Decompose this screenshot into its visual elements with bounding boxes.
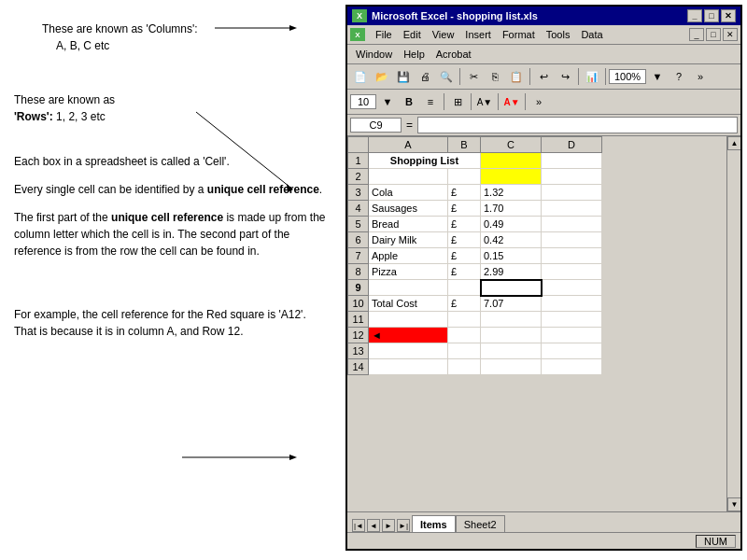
menu-data[interactable]: Data xyxy=(575,27,608,42)
cell-c12[interactable] xyxy=(481,328,542,343)
cell-b14[interactable] xyxy=(448,359,481,375)
cell-b11[interactable] xyxy=(448,312,481,328)
cell-b6[interactable]: £ xyxy=(448,232,481,248)
menu-window[interactable]: Window xyxy=(350,47,398,62)
font-size-dropdown[interactable]: ▼ xyxy=(377,91,398,112)
cell-d6[interactable] xyxy=(542,232,602,248)
zoom-box[interactable]: 100% xyxy=(609,69,646,84)
formula-input[interactable] xyxy=(417,117,738,133)
scroll-down-button[interactable]: ▼ xyxy=(727,497,740,511)
vertical-scrollbar[interactable]: ▲ ▼ xyxy=(726,136,740,511)
tab-last-button[interactable]: ►| xyxy=(397,519,410,532)
cell-c10[interactable]: 7.07 xyxy=(481,296,542,312)
scroll-area[interactable]: A B C D 1 Shopping List xyxy=(347,136,740,511)
cell-b4[interactable]: £ xyxy=(448,201,481,217)
menu-tools[interactable]: Tools xyxy=(541,27,576,42)
fill-color-button[interactable]: A▼ xyxy=(474,91,495,112)
cell-d3[interactable] xyxy=(542,185,602,201)
cell-a7[interactable]: Apple xyxy=(369,248,448,264)
cell-b5[interactable]: £ xyxy=(448,217,481,232)
cell-c11[interactable] xyxy=(481,312,542,328)
cell-a9[interactable] xyxy=(369,280,448,296)
col-header-a[interactable]: A xyxy=(369,137,448,153)
tab-prev-button[interactable]: ◄ xyxy=(367,519,380,532)
menu-insert[interactable]: Insert xyxy=(459,27,497,42)
cell-a14[interactable] xyxy=(369,359,448,375)
bold-button[interactable]: B xyxy=(399,91,419,112)
chart-button[interactable]: 📊 xyxy=(582,66,602,87)
col-header-c[interactable]: C xyxy=(481,137,542,153)
cell-reference-box[interactable]: C9 xyxy=(350,118,402,133)
menu-help[interactable]: Help xyxy=(398,47,430,62)
more2-button[interactable]: » xyxy=(529,91,549,112)
cell-b3[interactable]: £ xyxy=(448,185,481,201)
redo-button[interactable]: ↪ xyxy=(555,66,575,87)
menu-edit[interactable]: Edit xyxy=(398,27,427,42)
cell-c1[interactable] xyxy=(481,153,542,169)
open-button[interactable]: 📂 xyxy=(372,66,392,87)
more-button[interactable]: » xyxy=(690,66,711,87)
cell-b9[interactable] xyxy=(448,280,481,296)
cell-d14[interactable] xyxy=(542,359,602,375)
cell-a10[interactable]: Total Cost xyxy=(369,296,448,312)
cell-c7[interactable]: 0.15 xyxy=(481,248,542,264)
cell-d1[interactable] xyxy=(542,153,602,169)
cell-d7[interactable] xyxy=(542,248,602,264)
cell-a13[interactable] xyxy=(369,343,448,359)
copy-button[interactable]: ⎘ xyxy=(485,66,505,87)
cell-b8[interactable]: £ xyxy=(448,264,481,280)
cell-d4[interactable] xyxy=(542,201,602,217)
cell-a11[interactable] xyxy=(369,312,448,328)
cell-b7[interactable]: £ xyxy=(448,248,481,264)
help-button[interactable]: ? xyxy=(669,66,689,87)
menu-file[interactable]: File xyxy=(370,27,398,42)
cell-a3[interactable]: Cola xyxy=(369,185,448,201)
paste-button[interactable]: 📋 xyxy=(506,66,527,87)
new-button[interactable]: 📄 xyxy=(350,66,371,87)
close-button[interactable]: ✕ xyxy=(721,9,736,22)
cell-c5[interactable]: 0.49 xyxy=(481,217,542,232)
menu-minimize-btn[interactable]: _ xyxy=(689,28,704,41)
tab-items[interactable]: Items xyxy=(412,515,456,532)
cell-d8[interactable] xyxy=(542,264,602,280)
font-size-box[interactable]: 10 xyxy=(350,94,376,109)
tab-next-button[interactable]: ► xyxy=(382,519,395,532)
align-button[interactable]: ≡ xyxy=(420,91,441,112)
cell-d11[interactable] xyxy=(542,312,602,328)
cell-d13[interactable] xyxy=(542,343,602,359)
cell-d12[interactable] xyxy=(542,328,602,343)
menu-restore-btn[interactable]: □ xyxy=(706,28,721,41)
cell-c13[interactable] xyxy=(481,343,542,359)
cell-b12[interactable] xyxy=(448,328,481,343)
cell-c3[interactable]: 1.32 xyxy=(481,185,542,201)
cell-c2[interactable] xyxy=(481,169,542,185)
cell-d5[interactable] xyxy=(542,217,602,232)
cell-b2[interactable] xyxy=(448,169,481,185)
col-header-d[interactable]: D xyxy=(542,137,602,153)
cell-a8[interactable]: Pizza xyxy=(369,264,448,280)
cell-b10[interactable]: £ xyxy=(448,296,481,312)
cell-a6[interactable]: Dairy Milk xyxy=(369,232,448,248)
cell-c9[interactable] xyxy=(481,280,542,296)
cell-c4[interactable]: 1.70 xyxy=(481,201,542,217)
menu-acrobat[interactable]: Acrobat xyxy=(430,47,477,62)
menu-close-btn[interactable]: ✕ xyxy=(723,28,738,41)
cell-d2[interactable] xyxy=(542,169,602,185)
scroll-track[interactable] xyxy=(727,150,740,497)
cut-button[interactable]: ✂ xyxy=(463,66,484,87)
cell-d10[interactable] xyxy=(542,296,602,312)
undo-button[interactable]: ↩ xyxy=(533,66,554,87)
minimize-button[interactable]: _ xyxy=(687,9,702,22)
tab-sheet2[interactable]: Sheet2 xyxy=(456,515,505,532)
cell-c14[interactable] xyxy=(481,359,542,375)
print-button[interactable]: 🖨 xyxy=(415,66,435,87)
cell-c8[interactable]: 2.99 xyxy=(481,264,542,280)
font-color-button[interactable]: A▼ xyxy=(501,91,522,112)
cell-a4[interactable]: Sausages xyxy=(369,201,448,217)
maximize-button[interactable]: □ xyxy=(704,9,719,22)
col-header-b[interactable]: B xyxy=(448,137,481,153)
cell-d9[interactable] xyxy=(542,280,602,296)
cell-b13[interactable] xyxy=(448,343,481,359)
border-button[interactable]: ⊞ xyxy=(447,91,468,112)
menu-format[interactable]: Format xyxy=(497,27,541,42)
